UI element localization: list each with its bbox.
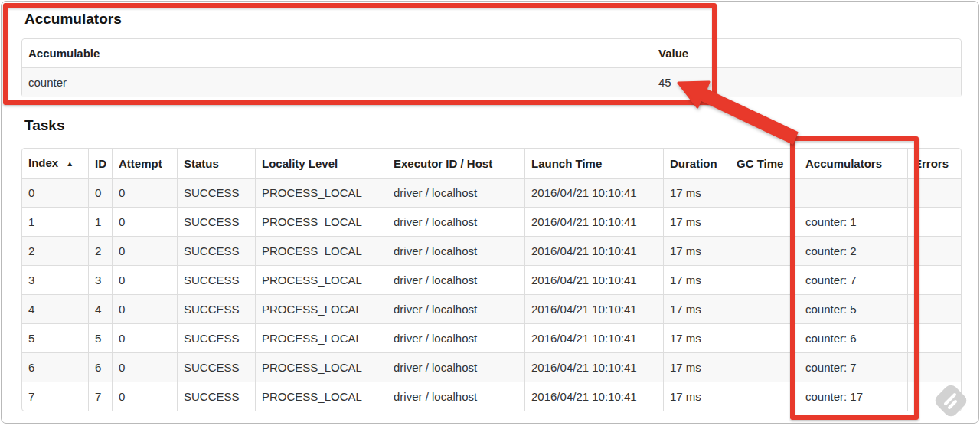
column-header-errors[interactable]: Errors — [907, 149, 961, 178]
cell-index: 2 — [22, 236, 88, 265]
column-header-launch-time[interactable]: Launch Time — [524, 149, 663, 178]
cell-accumulators: counter: 6 — [799, 323, 907, 352]
cell-gc-time — [730, 294, 799, 323]
cell-status: SUCCESS — [177, 382, 255, 411]
cell-accumulators: counter: 1 — [799, 207, 907, 236]
cell-duration: 17 ms — [663, 207, 730, 236]
table-row: counter45 — [22, 67, 961, 97]
cell-status: SUCCESS — [177, 178, 255, 207]
cell-id: 4 — [88, 294, 112, 323]
cell-index: 3 — [22, 265, 88, 294]
cell-errors — [907, 294, 961, 323]
cell-attempt: 0 — [112, 294, 177, 323]
cell-launch-time: 2016/04/21 10:10:41 — [524, 352, 663, 382]
table-row: 220SUCCESSPROCESS_LOCALdriver / localhos… — [22, 236, 961, 265]
cell-gc-time — [730, 236, 799, 265]
cell-locality-level: PROCESS_LOCAL — [255, 178, 387, 207]
accumulators-table: AccumulableValuecounter45 — [21, 38, 962, 97]
cell-executor-id-host: driver / localhost — [387, 265, 524, 294]
column-header-executor-id-host[interactable]: Executor ID / Host — [387, 149, 524, 178]
column-header-accumulable[interactable]: Accumulable — [22, 39, 652, 67]
cell-locality-level: PROCESS_LOCAL — [255, 352, 387, 382]
column-header-id[interactable]: ID — [88, 149, 112, 178]
cell-executor-id-host: driver / localhost — [387, 207, 524, 236]
cell-gc-time — [730, 207, 799, 236]
column-header-attempt[interactable]: Attempt — [112, 149, 177, 178]
tasks-section-heading: Tasks — [24, 117, 64, 134]
cell-id: 6 — [88, 352, 112, 382]
cell-accumulable: counter — [22, 67, 652, 97]
cell-launch-time: 2016/04/21 10:10:41 — [524, 265, 663, 294]
cell-id: 3 — [88, 265, 112, 294]
cell-duration: 17 ms — [663, 382, 730, 411]
cell-executor-id-host: driver / localhost — [387, 294, 524, 323]
cell-accumulators: counter: 7 — [799, 352, 907, 382]
column-header-accumulators[interactable]: Accumulators — [799, 149, 907, 178]
cell-gc-time — [730, 178, 799, 207]
header-row: AccumulableValue — [22, 39, 961, 67]
table-row: 330SUCCESSPROCESS_LOCALdriver / localhos… — [22, 265, 961, 294]
cell-launch-time: 2016/04/21 10:10:41 — [524, 236, 663, 265]
cell-gc-time — [730, 323, 799, 352]
cell-errors — [907, 323, 961, 352]
cell-locality-level: PROCESS_LOCAL — [255, 207, 387, 236]
cell-accumulators: counter: 2 — [799, 236, 907, 265]
cell-duration: 17 ms — [663, 352, 730, 382]
tasks-table: Index▲IDAttemptStatusLocality LevelExecu… — [21, 148, 962, 411]
cell-locality-level: PROCESS_LOCAL — [255, 265, 387, 294]
cell-launch-time: 2016/04/21 10:10:41 — [524, 382, 663, 411]
cell-status: SUCCESS — [177, 265, 255, 294]
cell-executor-id-host: driver / localhost — [387, 236, 524, 265]
cell-errors — [907, 382, 961, 411]
cell-errors — [907, 236, 961, 265]
cell-locality-level: PROCESS_LOCAL — [255, 294, 387, 323]
cell-errors — [907, 265, 961, 294]
sort-ascending-icon: ▲ — [66, 159, 74, 168]
column-header-locality-level[interactable]: Locality Level — [255, 149, 387, 178]
column-header-value[interactable]: Value — [652, 39, 961, 67]
table-row: 550SUCCESSPROCESS_LOCALdriver / localhos… — [22, 323, 961, 352]
cell-id: 2 — [88, 236, 112, 265]
cell-index: 6 — [22, 352, 88, 382]
cell-attempt: 0 — [112, 382, 177, 411]
cell-locality-level: PROCESS_LOCAL — [255, 382, 387, 411]
cell-id: 1 — [88, 207, 112, 236]
cell-duration: 17 ms — [663, 178, 730, 207]
column-header-index[interactable]: Index▲ — [22, 149, 88, 178]
cell-errors — [907, 352, 961, 382]
cell-launch-time: 2016/04/21 10:10:41 — [524, 294, 663, 323]
cell-index: 7 — [22, 382, 88, 411]
cell-id: 5 — [88, 323, 112, 352]
cell-attempt: 0 — [112, 178, 177, 207]
cell-executor-id-host: driver / localhost — [387, 352, 524, 382]
cell-attempt: 0 — [112, 236, 177, 265]
cell-index: 4 — [22, 294, 88, 323]
cell-duration: 17 ms — [663, 323, 730, 352]
cell-locality-level: PROCESS_LOCAL — [255, 236, 387, 265]
cell-attempt: 0 — [112, 265, 177, 294]
cell-gc-time — [730, 352, 799, 382]
cell-status: SUCCESS — [177, 352, 255, 382]
cell-duration: 17 ms — [663, 265, 730, 294]
cell-accumulators: counter: 5 — [799, 294, 907, 323]
cell-status: SUCCESS — [177, 207, 255, 236]
cell-status: SUCCESS — [177, 236, 255, 265]
cell-index: 1 — [22, 207, 88, 236]
cell-id: 7 — [88, 382, 112, 411]
cell-attempt: 0 — [112, 323, 177, 352]
column-header-gc-time[interactable]: GC Time — [730, 149, 799, 178]
table-row: 000SUCCESSPROCESS_LOCALdriver / localhos… — [22, 178, 961, 207]
column-header-status[interactable]: Status — [177, 149, 255, 178]
cell-attempt: 0 — [112, 352, 177, 382]
cell-gc-time — [730, 265, 799, 294]
spark-ui-window: Accumulators AccumulableValuecounter45 T… — [1, 1, 979, 424]
table-row: 770SUCCESSPROCESS_LOCALdriver / localhos… — [22, 382, 961, 411]
table-row: 110SUCCESSPROCESS_LOCALdriver / localhos… — [22, 207, 961, 236]
cell-errors — [907, 207, 961, 236]
cell-value: 45 — [652, 67, 961, 97]
cell-index: 5 — [22, 323, 88, 352]
table-row: 440SUCCESSPROCESS_LOCALdriver / localhos… — [22, 294, 961, 323]
column-header-duration[interactable]: Duration — [663, 149, 730, 178]
cell-duration: 17 ms — [663, 294, 730, 323]
cell-index: 0 — [22, 178, 88, 207]
